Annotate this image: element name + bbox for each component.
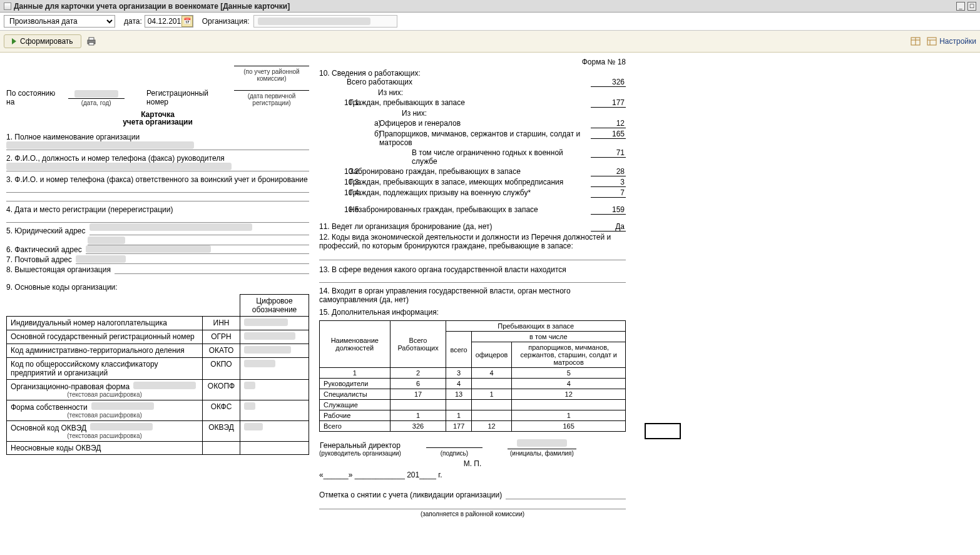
pos-cell bbox=[471, 400, 512, 410]
a-label: Офицеров и генералов bbox=[379, 119, 586, 128]
code-abbr: ОКАТО bbox=[203, 344, 240, 358]
pos-cell bbox=[471, 379, 512, 389]
pos-row-name: Всего bbox=[320, 421, 390, 432]
pos-cell bbox=[471, 410, 512, 421]
s10-1-value: 177 bbox=[591, 98, 626, 108]
idx-10-3: 10.3. bbox=[319, 178, 344, 186]
s10-4-value: 7 bbox=[591, 188, 626, 198]
table-icon[interactable] bbox=[911, 36, 921, 46]
p1: 1. Полное наименование организации bbox=[6, 133, 309, 141]
limited-label: В том числе ограниченно годных к военной… bbox=[347, 148, 586, 166]
pos-row-name: Руководители bbox=[320, 379, 390, 389]
code-row-name: Код административно-территориального дел… bbox=[7, 344, 203, 358]
code-row-name: Организационно-правовая форма bbox=[11, 382, 130, 391]
p7: 7. Почтовый адрес bbox=[6, 255, 72, 264]
idx-a: а) bbox=[319, 119, 374, 128]
pos-cell: 1 bbox=[446, 410, 471, 421]
card-title-2: учета организации bbox=[6, 118, 309, 126]
s10-1-label: Граждан, пребывающих в запасе bbox=[349, 98, 586, 107]
as-of-label: По состоянию на bbox=[6, 89, 64, 106]
selection-box bbox=[645, 423, 681, 439]
code-row-name: Основной государственный регистрационный… bbox=[7, 330, 203, 344]
pos-row-name: Рабочие bbox=[320, 410, 390, 421]
s11-label: 11. Ведет ли организация бронирование (д… bbox=[319, 222, 586, 231]
limited-value: 71 bbox=[591, 148, 626, 158]
p9: 9. Основные коды организации: bbox=[6, 283, 309, 292]
of-them: Из них: bbox=[347, 88, 626, 97]
pos-cell: 326 bbox=[390, 421, 446, 432]
pos-cell: 4 bbox=[446, 379, 471, 389]
minimize-button[interactable]: _ bbox=[956, 2, 965, 11]
calendar-icon[interactable]: 📅 bbox=[181, 16, 193, 27]
decode-note: (текстовая расшифровка) bbox=[11, 432, 198, 439]
s13: 13. В сфере ведения какого органа госуда… bbox=[319, 265, 626, 274]
filter-bar: Произвольная дата дата: 📅 Организация: bbox=[0, 13, 980, 31]
p6: 6. Фактический адрес bbox=[6, 245, 82, 254]
pos-cell: 177 bbox=[446, 421, 471, 432]
p5: 5. Юридический адрес bbox=[6, 227, 86, 235]
settings-label: Настройки bbox=[939, 37, 976, 46]
s15: 15. Дополнительная информация: bbox=[319, 308, 626, 317]
pos-cell: 1 bbox=[512, 410, 626, 421]
pos-cell: 12 bbox=[471, 421, 512, 432]
pos-h5: в том числе bbox=[471, 332, 625, 342]
s10-3-value: 3 bbox=[591, 178, 626, 187]
svg-rect-1 bbox=[89, 38, 94, 40]
pos-h4: всего bbox=[446, 332, 471, 368]
date-mode-select[interactable]: Произвольная дата bbox=[4, 15, 115, 28]
pos-cell: 1 bbox=[390, 410, 446, 421]
settings-icon bbox=[927, 36, 937, 46]
pos-h1: Наименование должностей bbox=[320, 321, 390, 368]
toolbar: Сформировать Настройки bbox=[0, 31, 980, 53]
code-row-name: Индивидуальный номер налогоплательщика bbox=[7, 317, 203, 330]
codes-header: Цифровое обозначение bbox=[240, 295, 309, 317]
code-abbr: ОКПО bbox=[203, 358, 240, 380]
decode-note: (текстовая расшифровка) bbox=[11, 391, 198, 398]
date-year: 201____ г. bbox=[407, 471, 442, 479]
form-button[interactable]: Сформировать bbox=[4, 34, 81, 48]
sign-note: (подпись) bbox=[426, 450, 482, 457]
idx-10-4: 10.4. bbox=[319, 188, 344, 197]
idx-10-1: 10.1. bbox=[319, 98, 344, 107]
settings-link[interactable]: Настройки bbox=[927, 36, 976, 46]
s10-2-label: Забронировано граждан, пребывающих в зап… bbox=[349, 167, 586, 176]
pos-cell bbox=[446, 400, 471, 410]
pos-num: 5 bbox=[512, 368, 626, 379]
s10-2-value: 28 bbox=[591, 167, 626, 176]
s12: 12. Коды вида экономической деятельности… bbox=[319, 233, 626, 250]
director-note: (руководитель организации) bbox=[319, 450, 401, 457]
organization-input[interactable] bbox=[253, 15, 397, 28]
svg-rect-6 bbox=[927, 38, 936, 45]
reg-num-label: Регистрационный номер bbox=[146, 89, 230, 106]
b-label: Прапорщиков, мичманов, сержантов и старш… bbox=[379, 130, 586, 147]
date-left: «______» bbox=[319, 471, 352, 479]
filled-note: (заполняется в районной комиссии) bbox=[319, 511, 626, 517]
pos-cell: 6 bbox=[390, 379, 446, 389]
sub-of-them: Из них: bbox=[347, 109, 626, 118]
pos-row-name: Специалисты bbox=[320, 389, 390, 400]
initials-note: (инициалы, фамилия) bbox=[508, 450, 576, 457]
director-title: Генеральный директор bbox=[319, 441, 401, 450]
reg-note2: (дата первичной регистрации) bbox=[234, 93, 309, 106]
code-row-name: Основной код ОКВЭД bbox=[11, 424, 86, 432]
print-button[interactable] bbox=[86, 36, 96, 46]
organization-label: Организация: bbox=[202, 17, 250, 26]
pos-num: 1 bbox=[320, 368, 390, 379]
s10-title: 10. Сведения о работающих: bbox=[319, 69, 626, 78]
s10-total-value: 326 bbox=[591, 78, 626, 87]
pos-cell: 4 bbox=[512, 379, 626, 389]
code-abbr: ОКОПФ bbox=[203, 380, 240, 400]
code-row-name: Код по общероссийскому классификатору пр… bbox=[7, 358, 203, 380]
s10-5-label: Незабронированных граждан, пребывающих в… bbox=[349, 205, 586, 214]
s10-3-label: Граждан, пребывающих в запасе, имеющих м… bbox=[349, 178, 586, 186]
pos-h6: офицеров bbox=[471, 342, 512, 368]
maximize-button[interactable]: ☐ bbox=[967, 2, 976, 11]
play-icon bbox=[12, 38, 16, 44]
date-mid: ____________ bbox=[355, 471, 405, 479]
mp: М. П. bbox=[319, 459, 626, 468]
pos-h2: Всего Работающих bbox=[390, 321, 446, 368]
s10-total-label: Всего работающих bbox=[347, 78, 586, 86]
form-button-label: Сформировать bbox=[20, 37, 73, 46]
positions-table: Наименование должностей Всего Работающих… bbox=[319, 320, 626, 432]
svg-rect-2 bbox=[89, 43, 94, 45]
